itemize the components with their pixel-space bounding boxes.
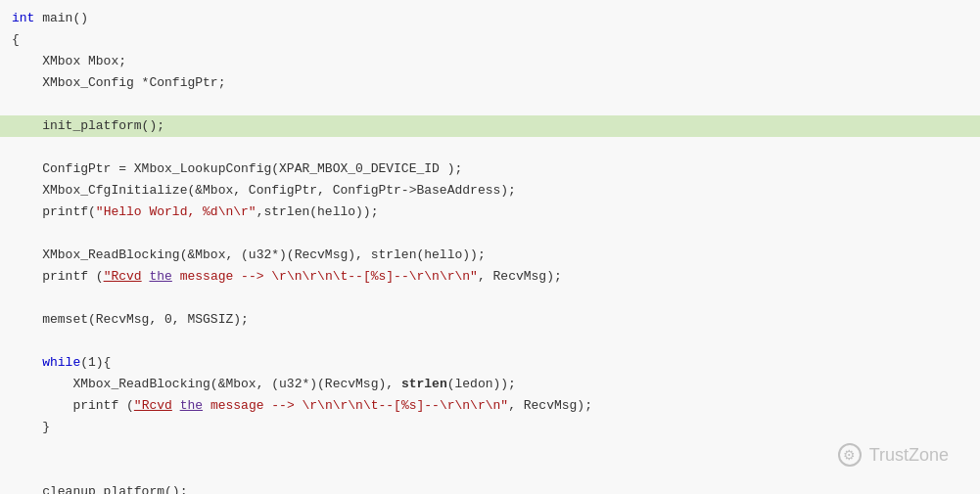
code-line-6: init_platform(); — [0, 115, 980, 137]
code-line-20: } — [0, 417, 980, 438]
string-hello: "Hello World, %d\n\r" — [96, 204, 257, 219]
text: XMbox_ReadBlocking(&Mbox, (u32*)(RecvMsg… — [12, 246, 486, 265]
keyword-while: while — [12, 355, 80, 370]
text: memset(RecvMsg, 0, MSGSIZ); — [12, 310, 249, 330]
watermark-text: TrustZone — [869, 445, 949, 466]
string-rcvd-1: "Rcvd — [104, 269, 142, 284]
code-line-15: memset(RecvMsg, 0, MSGSIZ); — [0, 309, 980, 331]
code-line-3: XMbox Mbox; — [0, 51, 980, 72]
code-line-19: printf ("Rcvd the message --> \r\n\r\n\t… — [0, 395, 980, 417]
text: XMbox_CfgInitialize(&Mbox, ConfigPtr, Co… — [12, 181, 516, 201]
code-line-13: printf ("Rcvd the message --> \r\n\r\n\t… — [0, 266, 980, 288]
text: XMbox_Config *ConfigPtr; — [12, 73, 225, 93]
text: XMbox Mbox; — [12, 52, 126, 71]
code-line-9: XMbox_CfgInitialize(&Mbox, ConfigPtr, Co… — [0, 180, 980, 202]
code-line-1: int main() — [0, 8, 980, 29]
text: ConfigPtr = XMbox_LookupConfig(XPAR_MBOX… — [12, 159, 462, 179]
code-line-23: cleanup_platform(); — [0, 481, 980, 494]
code-line-blank3 — [0, 223, 980, 245]
code-line-4: XMbox_Config *ConfigPtr; — [0, 72, 980, 94]
text: init_platform(); — [12, 116, 164, 136]
code-line-8: ConfigPtr = XMbox_LookupConfig(XPAR_MBOX… — [0, 158, 980, 180]
code-line-blank6 — [0, 438, 980, 460]
watermark: TrustZone — [838, 443, 949, 467]
code-line-blank1 — [0, 94, 980, 115]
text-the-2: the — [180, 398, 203, 413]
code-line-17: while(1){ — [0, 352, 980, 374]
watermark-icon — [838, 443, 862, 467]
code-line-blank5 — [0, 331, 980, 352]
code-line-10: printf("Hello World, %d\n\r",strlen(hell… — [0, 202, 980, 223]
code-container: int main() { XMbox Mbox; XMbox_Config *C… — [0, 0, 980, 494]
text: cleanup_platform(); — [12, 482, 187, 494]
code-line-18: XMbox_ReadBlocking(&Mbox, (u32*)(RecvMsg… — [0, 374, 980, 395]
text-the-1: the — [149, 269, 171, 284]
code-line-12: XMbox_ReadBlocking(&Mbox, (u32*)(RecvMsg… — [0, 245, 980, 266]
code-line-blank7 — [0, 460, 980, 481]
string-msg-1: message --> \r\n\r\n\t--[%s]--\r\n\r\n" — [180, 269, 478, 284]
text: } — [12, 418, 50, 437]
text: { — [12, 30, 20, 50]
string-rcvd-2: "Rcvd — [134, 398, 172, 413]
code-line-blank2 — [0, 137, 980, 158]
string-msg-2: message --> \r\n\r\n\t--[%s]--\r\n\r\n" — [210, 398, 508, 413]
text: main() — [34, 11, 88, 25]
text-strlen: strlen — [401, 377, 447, 391]
code-line-2: { — [0, 29, 980, 51]
code-line-blank4 — [0, 288, 980, 309]
keyword-int: int — [12, 11, 34, 25]
